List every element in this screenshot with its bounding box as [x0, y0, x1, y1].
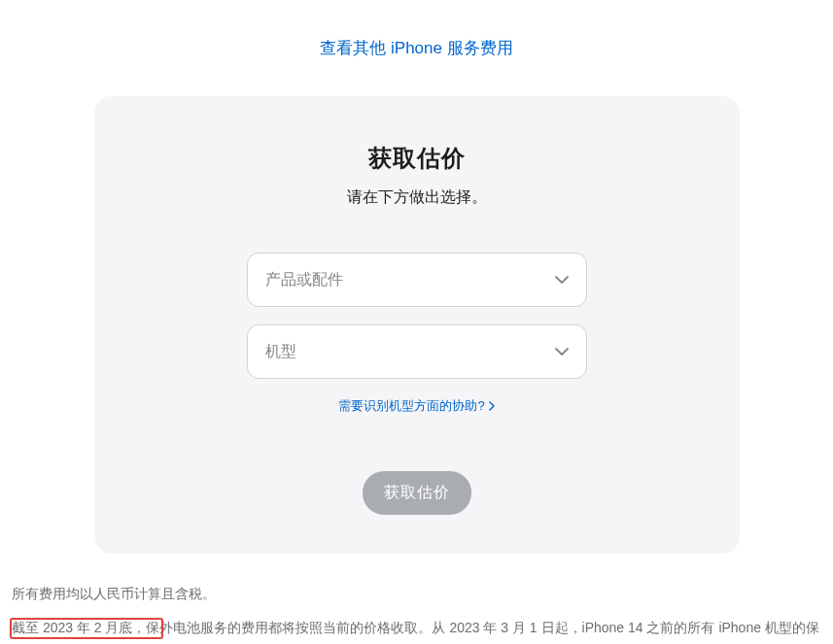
product-select-placeholder: 产品或配件 — [265, 270, 343, 290]
estimate-card: 获取估价 请在下方做出选择。 产品或配件 机型 需要识别机型方面的协助? 获取估… — [94, 96, 740, 554]
chevron-right-icon — [489, 399, 495, 414]
top-link-container: 查看其他 iPhone 服务费用 — [0, 0, 833, 96]
chevron-down-icon — [555, 276, 569, 284]
help-link-container: 需要识别机型方面的协助? — [133, 396, 701, 415]
product-select[interactable]: 产品或配件 — [247, 253, 587, 307]
model-select[interactable]: 机型 — [247, 324, 587, 379]
footer-line-2: 截至 2023 年 2 月底，保外电池服务的费用都将按照当前的价格收取。从 20… — [12, 613, 821, 644]
footer-text: 所有费用均以人民币计算且含税。 截至 2023 年 2 月底，保外电池服务的费用… — [0, 554, 833, 644]
help-link-label: 需要识别机型方面的协助? — [338, 397, 484, 415]
card-title: 获取估价 — [133, 143, 701, 174]
footer-line-1: 所有费用均以人民币计算且含税。 — [12, 579, 821, 609]
select-group: 产品或配件 机型 — [133, 253, 701, 379]
get-estimate-button[interactable]: 获取估价 — [363, 471, 471, 515]
card-subtitle: 请在下方做出选择。 — [133, 187, 701, 208]
identify-model-help-link[interactable]: 需要识别机型方面的协助? — [338, 397, 494, 415]
chevron-down-icon — [555, 348, 569, 356]
model-select-placeholder: 机型 — [265, 342, 296, 362]
other-service-fees-link[interactable]: 查看其他 iPhone 服务费用 — [320, 39, 512, 57]
